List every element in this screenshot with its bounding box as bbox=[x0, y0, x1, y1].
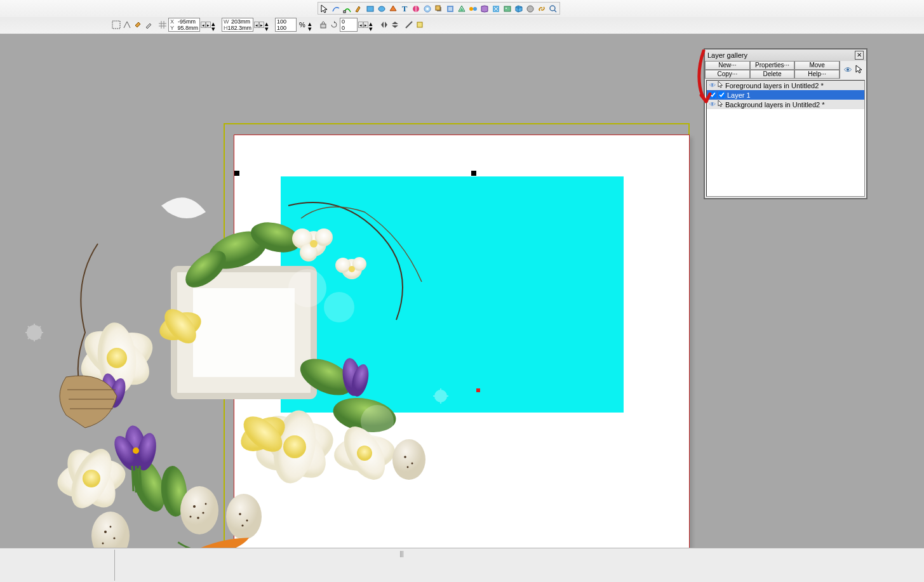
fill-tool-icon[interactable] bbox=[410, 3, 422, 15]
status-grip[interactable] bbox=[400, 551, 404, 557]
selection-handle-tm[interactable] bbox=[471, 171, 476, 176]
rotate-value[interactable]: 0 bbox=[342, 19, 345, 25]
svg-point-49 bbox=[55, 454, 129, 503]
svg-point-52 bbox=[83, 470, 100, 487]
push-tool-icon[interactable] bbox=[525, 3, 536, 15]
shape-edit-icon[interactable] bbox=[342, 3, 353, 15]
grid-xy-icon[interactable] bbox=[157, 20, 168, 30]
svg-point-19 bbox=[550, 6, 555, 11]
scale-down-spin[interactable]: ▾ bbox=[308, 25, 314, 30]
select-all-icon[interactable] bbox=[111, 20, 121, 30]
svg-point-13 bbox=[469, 7, 473, 11]
layer1-editable-checkbox[interactable] bbox=[718, 91, 725, 98]
svg-rect-10 bbox=[448, 7, 452, 11]
svg-rect-8 bbox=[436, 6, 440, 10]
close-icon[interactable]: ✕ bbox=[855, 51, 864, 60]
pen-tool-icon[interactable] bbox=[353, 3, 365, 15]
zoom-tool-icon[interactable] bbox=[547, 3, 559, 15]
layer-new-button[interactable]: New··· bbox=[705, 61, 750, 70]
selection-center-marker bbox=[476, 388, 480, 392]
cursor-icon bbox=[855, 65, 862, 76]
wh-down-spin[interactable]: ▾ bbox=[265, 25, 271, 30]
layer-help-button[interactable]: Help··· bbox=[794, 70, 840, 79]
svg-point-61 bbox=[134, 431, 159, 472]
rectangle-tool-icon[interactable] bbox=[365, 3, 376, 15]
bg-heading-label: Background layers in Untitled2 * bbox=[725, 101, 825, 109]
wh-right-spin[interactable]: ▸ bbox=[259, 22, 264, 28]
scale-line-icon[interactable] bbox=[404, 20, 414, 30]
layer-move-button[interactable]: Move bbox=[794, 61, 840, 70]
selector-tool-icon[interactable] bbox=[319, 3, 330, 15]
foreground-layers-heading[interactable]: 👁 Foreground layers in Untitled2 * bbox=[707, 81, 864, 90]
scale-h-value[interactable]: 100 bbox=[277, 25, 286, 31]
layer-list[interactable]: 👁 Foreground layers in Untitled2 * Layer… bbox=[706, 80, 865, 197]
cyan-rectangle-object[interactable] bbox=[281, 176, 624, 413]
svg-point-31 bbox=[159, 465, 189, 517]
text-tool-icon[interactable]: T bbox=[399, 3, 410, 15]
live-effect-icon[interactable] bbox=[490, 3, 502, 15]
link-tool-icon[interactable] bbox=[536, 3, 547, 15]
layer-properties-button[interactable]: Properties··· bbox=[750, 61, 795, 70]
flip-vertical-icon[interactable] bbox=[390, 20, 400, 30]
extrude-tool-icon[interactable] bbox=[513, 3, 525, 15]
background-layers-heading[interactable]: 👁 Background layers in Untitled2 * bbox=[707, 100, 864, 109]
svg-point-62 bbox=[110, 432, 144, 474]
x-value[interactable]: -95mm bbox=[178, 19, 196, 25]
svg-point-66 bbox=[100, 372, 121, 407]
select-inside-icon[interactable] bbox=[122, 20, 132, 30]
skew-value[interactable]: 0 bbox=[342, 25, 345, 31]
svg-point-68 bbox=[180, 486, 218, 534]
photo-tool-icon[interactable] bbox=[502, 3, 513, 15]
percent-icon: % bbox=[297, 20, 307, 30]
svg-point-50 bbox=[58, 441, 125, 515]
xy-up-spin[interactable]: ▴ bbox=[211, 20, 218, 25]
scale-w-value[interactable]: 100 bbox=[277, 19, 286, 25]
wh-up-spin[interactable]: ▴ bbox=[265, 20, 271, 25]
svg-point-30 bbox=[126, 454, 171, 516]
svg-rect-1 bbox=[367, 6, 373, 11]
selection-handle-tl[interactable] bbox=[234, 171, 239, 176]
mould-tool-icon[interactable] bbox=[479, 3, 490, 15]
flip-horizontal-icon[interactable] bbox=[379, 20, 389, 30]
freehand-tool-icon[interactable] bbox=[330, 3, 342, 15]
lock-aspect-icon[interactable] bbox=[318, 20, 328, 30]
layer-delete-button[interactable]: Delete bbox=[750, 70, 795, 79]
rot-down-spin[interactable]: ▾ bbox=[369, 25, 375, 30]
layer-visibility-header: 👁 bbox=[840, 61, 866, 79]
xy-down-spin[interactable]: ▾ bbox=[211, 25, 218, 30]
cursor-icon bbox=[718, 100, 723, 109]
main-tool-row: T bbox=[318, 2, 560, 15]
xy-left-spin[interactable]: ◂ bbox=[201, 22, 206, 28]
layer-gallery-panel[interactable]: Layer gallery ✕ New··· Properties··· Mov… bbox=[704, 48, 867, 199]
layer1-visible-checkbox[interactable] bbox=[709, 91, 716, 98]
rot-up-spin[interactable]: ▴ bbox=[369, 20, 375, 25]
scale-up-spin[interactable]: ▴ bbox=[308, 20, 314, 25]
layer-row-layer1[interactable]: Layer 1 bbox=[707, 90, 864, 100]
h-value[interactable]: 182.3mm bbox=[228, 25, 252, 31]
rot-left-spin[interactable]: ◂ bbox=[358, 22, 363, 28]
rotate-icon[interactable] bbox=[329, 20, 339, 30]
w-value[interactable]: 203mm bbox=[231, 19, 250, 25]
blend-tool-icon[interactable] bbox=[467, 3, 479, 15]
rot-right-spin[interactable]: ▸ bbox=[363, 22, 368, 28]
ellipse-tool-icon[interactable] bbox=[376, 3, 387, 15]
layer-gallery-titlebar[interactable]: Layer gallery ✕ bbox=[705, 50, 866, 61]
contour-tool-icon[interactable] bbox=[456, 3, 467, 15]
layer-copy-button[interactable]: Copy··· bbox=[705, 70, 750, 79]
svg-point-79 bbox=[104, 531, 107, 533]
eyedropper-icon[interactable] bbox=[144, 20, 154, 30]
xy-coord-box: X-95mm Y95.8mm bbox=[168, 18, 200, 32]
svg-point-78 bbox=[91, 512, 130, 548]
y-value[interactable]: 95.8mm bbox=[177, 25, 198, 31]
paint-bucket-icon[interactable] bbox=[133, 20, 143, 30]
quickshape-tool-icon[interactable] bbox=[387, 3, 399, 15]
eye-icon: 👁 bbox=[709, 82, 716, 89]
wh-left-spin[interactable]: ◂ bbox=[254, 22, 259, 28]
shadow-tool-icon[interactable] bbox=[433, 3, 445, 15]
edit-handles-icon[interactable] bbox=[415, 20, 425, 30]
xy-right-spin[interactable]: ▸ bbox=[206, 22, 211, 28]
bevel-tool-icon[interactable] bbox=[445, 3, 456, 15]
transparency-tool-icon[interactable] bbox=[422, 3, 433, 15]
svg-point-2 bbox=[378, 6, 385, 11]
svg-point-63 bbox=[133, 447, 139, 454]
